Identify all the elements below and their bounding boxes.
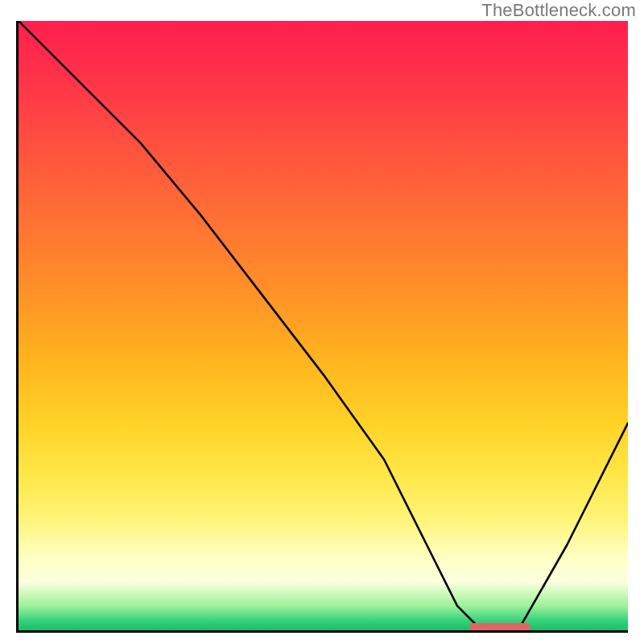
chart-stage: TheBottleneck.com — [0, 0, 644, 644]
curve-path — [19, 21, 628, 630]
optimal-range-marker — [469, 623, 530, 631]
plot-area — [16, 21, 628, 633]
bottleneck-curve — [19, 21, 628, 630]
watermark-text: TheBottleneck.com — [481, 0, 636, 21]
